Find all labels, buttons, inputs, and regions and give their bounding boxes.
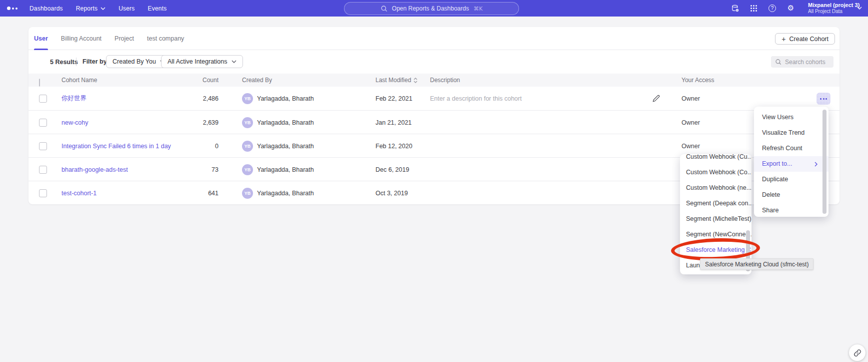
filter-toolbar: 5 Results Filter by Created By You All A… (28, 50, 840, 74)
share-link-button[interactable] (849, 344, 866, 361)
search-icon (775, 59, 782, 65)
table-header: Cohort Name Count Created By Last Modifi… (28, 74, 840, 87)
cohort-name-link[interactable]: Integration Sync Failed 6 times in 1 day (62, 143, 171, 150)
nav-link-label: Reports (76, 5, 98, 12)
header-count: Count (178, 74, 218, 87)
data-governance-icon[interactable] (731, 4, 740, 13)
creator-name: Yarlagadda, Bharath (257, 111, 314, 134)
avatar: YB (242, 117, 253, 128)
apps-grid-icon[interactable] (750, 4, 758, 13)
link-icon (854, 349, 862, 357)
tab[interactable]: Project (114, 27, 134, 50)
tab[interactable]: Billing Account (61, 27, 102, 50)
header-cohort-name: Cohort Name (62, 74, 97, 87)
results-count: 5 Results (50, 59, 78, 66)
context-menu-item[interactable]: Duplicate (754, 172, 828, 187)
cohort-name-link[interactable]: new-cohy (62, 119, 88, 126)
context-menu-item[interactable]: Share (754, 203, 828, 218)
mixpanel-logo[interactable] (7, 0, 18, 17)
project-selector[interactable]: Mixpanel (project 3) All Project Data (808, 2, 860, 15)
table-row: new-cohy 2,639 YB Yarlagadda, Bharath Ja… (28, 110, 840, 134)
menu-scrollbar[interactable] (822, 110, 826, 214)
edit-pencil-icon[interactable] (652, 87, 660, 110)
context-menu-item[interactable]: Visualize Trend (754, 125, 828, 141)
context-menu-item[interactable]: Export to... (754, 156, 828, 172)
export-destination-item[interactable]: Salesforce Marketing C... (680, 242, 752, 258)
context-menu-item[interactable]: View Users (754, 110, 828, 125)
cohort-name-link[interactable]: test-cohort-1 (62, 190, 96, 197)
project-name: Mixpanel (project 3) (808, 2, 860, 9)
nav-link-label: Events (148, 5, 166, 12)
nav-links: Dashboards Reports Users Events (23, 0, 173, 17)
export-submenu: Custom Webhook (Cu... Custom Webhook (Co… (680, 154, 752, 274)
search-cohorts-input[interactable]: Search cohorts (771, 56, 834, 68)
header-created-by: Created By (242, 74, 272, 87)
row-checkbox[interactable] (39, 166, 47, 174)
export-destination-item[interactable]: Segment (NewConnec... (680, 227, 752, 242)
cohort-name-link[interactable]: 你好世界 (62, 94, 86, 103)
row-checkbox[interactable] (39, 142, 47, 150)
tab[interactable]: User (34, 27, 48, 50)
keyboard-shortcut: ⌘K (474, 6, 482, 12)
row-checkbox[interactable] (39, 189, 47, 197)
header-description: Description (430, 74, 460, 87)
last-modified-date: Dec 6, 2019 (376, 158, 409, 181)
header-last-modified[interactable]: Last Modified (376, 74, 418, 87)
export-destination-item[interactable]: Segment (MichelleTest) (680, 211, 752, 227)
cohort-count: 73 (178, 158, 218, 181)
search-icon (380, 5, 388, 12)
avatar: YB (242, 164, 253, 175)
tab[interactable]: test company (147, 27, 184, 50)
header-your-access: Your Access (682, 74, 714, 87)
creator-name: Yarlagadda, Bharath (257, 87, 314, 110)
creator-name: Yarlagadda, Bharath (257, 181, 314, 205)
tabs-row: User Billing Account Project test compan… (28, 27, 840, 50)
description-field[interactable]: Enter a description for this cohort (430, 87, 522, 110)
creator-name: Yarlagadda, Bharath (257, 158, 314, 181)
table-row: 你好世界 2,486 YB Yarlagadda, Bharath Feb 22… (28, 87, 840, 110)
nav-link[interactable]: Events (141, 5, 173, 12)
select-all-checkbox[interactable] (39, 79, 40, 87)
last-modified-date: Feb 12, 2020 (376, 134, 412, 158)
integrations-dropdown[interactable]: All Active Integrations (161, 55, 243, 68)
row-checkbox[interactable] (39, 119, 47, 127)
row-actions-button[interactable] (816, 93, 830, 105)
project-scope: All Project Data (808, 9, 860, 15)
access-level: Owner (682, 87, 700, 110)
last-modified-date: Feb 22, 2021 (376, 87, 412, 110)
nav-icon-cluster: ? ⚙ (731, 0, 795, 17)
nav-link[interactable]: Reports (70, 5, 112, 12)
context-menu-item[interactable]: Delete (754, 187, 828, 203)
nav-link[interactable]: Dashboards (23, 5, 70, 12)
export-destination-item[interactable]: Custom Webhook (Cu... (680, 154, 752, 165)
create-cohort-button[interactable]: + Create Cohort (775, 33, 835, 45)
cohort-count: 0 (178, 134, 218, 158)
row-checkbox[interactable] (39, 95, 47, 103)
row-context-menu: View Users Visualize Trend Refresh Count (754, 107, 828, 217)
global-search-placeholder: Open Reports & Dashboards (392, 5, 469, 12)
cohort-count: 2,639 (178, 111, 218, 134)
global-search-bar[interactable]: Open Reports & Dashboards ⌘K (344, 2, 519, 15)
avatar: YB (242, 188, 253, 199)
chevron-down-icon (100, 7, 106, 10)
nav-link-label: Users (118, 5, 134, 12)
project-chevron-down-icon[interactable] (857, 7, 862, 10)
filter-by-label: Filter by (82, 58, 107, 65)
cohort-count: 2,486 (178, 87, 218, 110)
export-destination-item[interactable]: Segment (Deepak con... (680, 196, 752, 211)
context-menu-item[interactable]: Refresh Count (754, 141, 828, 156)
avatar: YB (242, 141, 253, 152)
search-cohorts-placeholder: Search cohorts (785, 59, 826, 66)
nav-link[interactable]: Users (112, 5, 141, 12)
sort-icon (414, 78, 418, 83)
chevron-down-icon (232, 60, 236, 63)
export-destination-item[interactable]: Custom Webhook (Co... (680, 165, 752, 180)
settings-gear-icon[interactable]: ⚙ (786, 4, 795, 13)
last-modified-date: Oct 3, 2019 (376, 181, 408, 205)
export-destination-item[interactable]: Custom Webhook (ne... (680, 180, 752, 196)
top-nav: Dashboards Reports Users Events (0, 0, 868, 17)
access-level: Owner (682, 111, 700, 134)
plus-icon: + (782, 35, 786, 43)
help-icon[interactable]: ? (768, 4, 776, 13)
cohort-name-link[interactable]: bharath-google-ads-test (62, 166, 128, 173)
